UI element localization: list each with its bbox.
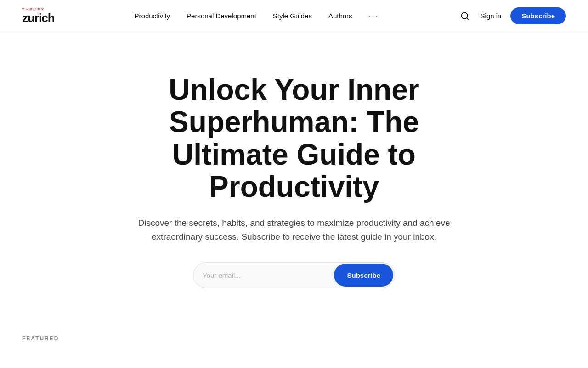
logo[interactable]: themex zurich — [22, 8, 55, 24]
site-header: themex zurich Productivity Personal Deve… — [0, 0, 588, 32]
nav-item-style-guides[interactable]: Style Guides — [273, 12, 312, 20]
nav-item-authors[interactable]: Authors — [328, 12, 352, 20]
subscribe-form: Subscribe — [193, 262, 395, 288]
nav-item-personal-development[interactable]: Personal Development — [187, 12, 256, 20]
email-input[interactable] — [193, 271, 333, 279]
nav-item-productivity[interactable]: Productivity — [135, 12, 170, 20]
hero-title: Unlock Your Inner Superhuman: The Ultima… — [115, 74, 473, 203]
search-button[interactable] — [458, 10, 471, 23]
featured-section: FEATURED — [0, 316, 588, 351]
featured-label: FEATURED — [22, 335, 59, 342]
subscribe-button-header[interactable]: Subscribe — [510, 7, 566, 24]
svg-line-1 — [466, 17, 468, 19]
search-icon — [460, 12, 469, 21]
header-actions: Sign in Subscribe — [458, 7, 566, 24]
subscribe-button-form[interactable]: Subscribe — [334, 264, 393, 287]
main-nav: Productivity Personal Development Style … — [135, 12, 379, 20]
hero-section: Unlock Your Inner Superhuman: The Ultima… — [0, 32, 588, 316]
more-nav-icon[interactable]: ··· — [369, 12, 379, 20]
logo-name: zurich — [22, 12, 55, 24]
hero-subtitle: Discover the secrets, habits, and strate… — [138, 216, 450, 244]
sign-in-link[interactable]: Sign in — [481, 12, 502, 20]
